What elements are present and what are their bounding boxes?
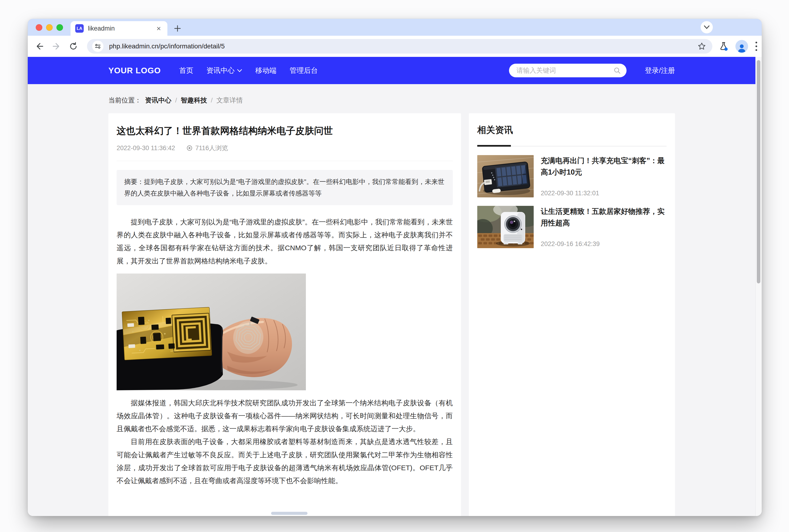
breadcrumb-label: 当前位置： [108,96,141,105]
related-item-date: 2022-09-16 16:42:39 [541,241,666,248]
tab-search-button[interactable] [701,21,713,33]
related-news-rule [477,145,666,147]
article-summary: 摘要：提到电子皮肤，大家可别以为是“电子游戏里的虚拟皮肤”。在一些科幻电影中，我… [117,170,453,205]
article-image [117,273,306,390]
article-views: 7116人浏览 [195,144,228,152]
browser-window: LA likeadmin × [28,19,762,516]
horizontal-scrollbar-thumb[interactable] [271,512,307,515]
article-date: 2022-09-30 11:36:42 [117,145,175,152]
search-input[interactable] [516,66,613,75]
minimize-window-button[interactable] [46,24,53,31]
related-item-title[interactable]: 充满电再出门！共享充电宝“刺客”：最高1小时10元 [541,155,666,178]
chevron-down-icon [237,69,242,72]
scrollbar-track [755,57,762,516]
chevron-down-icon [704,25,710,30]
tab-close-icon[interactable]: × [155,24,163,33]
back-button[interactable] [33,40,46,53]
bookmark-button[interactable] [697,42,706,51]
views-icon [186,145,193,152]
article-body: 提到电子皮肤，大家可别以为是“电子游戏里的虚拟皮肤”。在一些科幻电影中，我们常常… [117,215,453,487]
window-controls [36,24,63,31]
tab-strip: LA likeadmin × [28,19,762,36]
toolbar-right-icons [718,40,758,53]
breadcrumb-link-category[interactable]: 智趣科技 [181,96,207,105]
related-thumb-powerbank [477,155,534,197]
related-news-card: 相关资讯 [469,113,675,516]
plus-icon [173,24,182,33]
forward-arrow-icon [52,42,61,51]
search-box [509,64,626,77]
article-meta: 2022-09-30 11:36:42 7116人浏览 [117,144,453,152]
nav-item-mobile[interactable]: 移动端 [255,66,277,75]
related-item-title[interactable]: 让生活更精致！五款居家好物推荐，实用性超高 [541,206,666,229]
site-info-button[interactable] [92,41,104,52]
browser-menu-button[interactable] [755,41,758,52]
experiments-button[interactable] [718,41,729,52]
nav-item-news-center[interactable]: 资讯中心 [206,66,242,75]
reload-icon [69,42,78,51]
browser-tab[interactable]: LA likeadmin × [71,21,167,36]
breadcrumb: 当前位置： 资讯中心 / 智趣科技 / 文章详情 [108,96,675,105]
article-card: 这也太科幻了！世界首款网格结构纳米电子皮肤问世 2022-09-30 11:36… [108,113,461,516]
back-arrow-icon [35,42,44,51]
new-tab-button[interactable] [173,23,183,33]
related-item-date: 2022-09-30 11:32:01 [541,190,666,197]
article-paragraph: 目前用在皮肤表面的电子设备，大都采用橡胶或者塑料等基材制造而来，其缺点是透水透气… [117,435,453,487]
browser-toolbar: php.likeadmin.cn/pc/information/detail/5 [28,36,762,57]
related-thumb-projector [477,206,534,248]
site-header: YOUR LOGO 首页 资讯中心 移动端 管理后台 [28,57,756,84]
person-icon [737,43,747,53]
site-logo[interactable]: YOUR LOGO [108,66,161,75]
login-register-link[interactable]: 登录/注册 [645,66,675,75]
related-news-item[interactable]: 让生活更精致！五款居家好物推荐，实用性超高 2022-09-16 16:42:3… [477,206,666,248]
tab-title: likeadmin [88,25,155,32]
nav-item-admin[interactable]: 管理后台 [290,66,318,75]
breadcrumb-current: 文章详情 [217,96,243,105]
nav-item-home[interactable]: 首页 [179,66,193,75]
article-title: 这也太科幻了！世界首款网格结构纳米电子皮肤问世 [117,125,453,137]
forward-button[interactable] [50,40,63,53]
favicon: LA [75,24,84,33]
search-icon[interactable] [613,67,621,74]
profile-avatar[interactable] [735,40,748,53]
flask-icon [718,41,729,52]
electronic-skin-photo [117,273,306,390]
three-dot-menu-icon [755,41,758,52]
related-news-item[interactable]: 充满电再出门！共享充电宝“刺客”：最高1小时10元 2022-09-30 11:… [477,155,666,197]
article-paragraph: 提到电子皮肤，大家可别以为是“电子游戏里的虚拟皮肤”。在一些科幻电影中，我们常常… [117,215,453,267]
close-window-button[interactable] [36,24,42,31]
star-icon [697,42,706,51]
maximize-window-button[interactable] [56,24,63,31]
address-bar[interactable]: php.likeadmin.cn/pc/information/detail/5 [87,39,712,54]
url-text: php.likeadmin.cn/pc/information/detail/5 [109,42,697,50]
vertical-scrollbar-thumb[interactable] [757,60,760,283]
article-paragraph: 据媒体报道，韩国大邱庆北科学技术院研究团队成功开发出了全球第一个纳米结构电子皮肤… [117,396,453,435]
site-settings-icon [94,43,101,50]
main-nav: 首页 资讯中心 移动端 管理后台 [179,66,318,75]
page-body: 当前位置： 资讯中心 / 智趣科技 / 文章详情 这也太科幻了！世界首款网格结构… [28,84,756,516]
reload-button[interactable] [67,40,80,53]
breadcrumb-link-news[interactable]: 资讯中心 [145,96,171,105]
related-news-title: 相关资讯 [477,124,666,136]
